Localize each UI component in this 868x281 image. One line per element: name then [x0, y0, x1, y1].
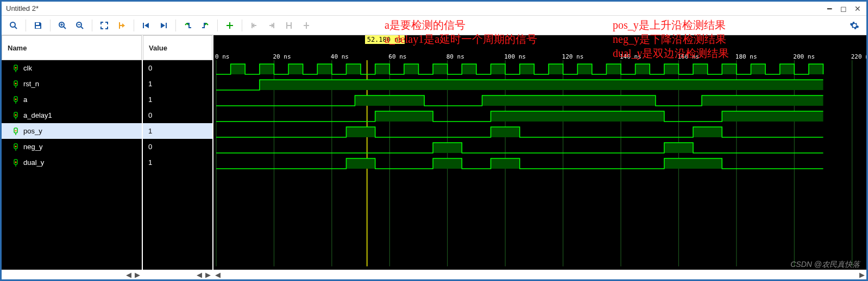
value-row-a[interactable]: 1 — [143, 92, 212, 107]
value-row-clk[interactable]: 0 — [143, 60, 212, 76]
svg-rect-92 — [664, 143, 693, 153]
signal-list[interactable]: clkrst_naa_delay1pos_yneg_ydual_y — [2, 60, 142, 270]
signal-icon — [12, 96, 19, 104]
signal-row-clk[interactable]: clk — [2, 60, 142, 76]
time-ruler[interactable]: 0 ns20 ns40 ns60 ns80 ns100 ns120 ns140 … — [213, 50, 866, 60]
svg-rect-78 — [260, 80, 823, 90]
scroll-right-icon[interactable]: ▶ — [204, 271, 212, 279]
waveform-canvas[interactable] — [213, 60, 866, 270]
tick-label: 120 ns — [562, 53, 584, 60]
prev-marker-button[interactable] — [247, 18, 262, 33]
value-list[interactable]: 0110101 — [143, 60, 212, 270]
svg-point-0 — [10, 22, 15, 27]
value-header[interactable]: Value — [143, 35, 212, 60]
tick-label: 180 ns — [735, 53, 757, 60]
svg-marker-12 — [144, 23, 149, 28]
scroll-left-icon[interactable]: ◀ — [195, 271, 204, 279]
svg-rect-3 — [36, 26, 40, 28]
go-end-button[interactable] — [156, 18, 171, 33]
value-row-neg_y[interactable]: 0 — [143, 139, 212, 155]
value-row-a_delay1[interactable]: 0 — [143, 107, 212, 123]
tick-label: 160 ns — [677, 53, 699, 60]
svg-rect-61 — [346, 64, 361, 74]
tick-label: 140 ns — [620, 53, 641, 60]
signal-icon — [12, 143, 19, 151]
maximize-button[interactable]: ◻ — [839, 4, 848, 13]
close-button[interactable]: ✕ — [853, 4, 862, 13]
tick-label: 100 ns — [504, 53, 526, 60]
svg-point-30 — [15, 98, 17, 100]
signal-row-dual_y[interactable]: dual_y — [2, 155, 142, 170]
svg-rect-89 — [491, 127, 520, 137]
waveform-area[interactable]: 52.180 ns 0 ns20 ns40 ns60 ns80 ns100 ns… — [213, 35, 866, 279]
signal-name: a — [23, 95, 27, 104]
svg-rect-72 — [664, 64, 679, 74]
signal-row-a[interactable]: a — [2, 92, 142, 107]
save-button[interactable] — [30, 18, 46, 33]
name-header[interactable]: Name — [2, 35, 142, 60]
svg-marker-14 — [161, 23, 165, 28]
next-marker-button[interactable] — [264, 18, 279, 33]
scroll-left-icon[interactable]: ◀ — [213, 271, 222, 279]
signal-row-pos_y[interactable]: pos_y — [2, 123, 142, 139]
svg-line-5 — [64, 27, 66, 29]
svg-rect-85 — [491, 111, 664, 122]
svg-rect-68 — [549, 64, 563, 74]
wave-hscroll[interactable]: ◀ ▶ — [213, 270, 866, 279]
svg-rect-71 — [636, 64, 650, 74]
svg-rect-73 — [693, 64, 708, 74]
value-row-rst_n[interactable]: 1 — [143, 76, 212, 92]
scroll-right-icon[interactable]: ▶ — [858, 271, 866, 279]
scroll-right-icon[interactable]: ▶ — [133, 271, 142, 279]
svg-rect-95 — [491, 158, 520, 169]
next-transition-button[interactable] — [198, 18, 213, 33]
value-row-dual_y[interactable]: 1 — [143, 155, 212, 170]
name-hscroll[interactable]: ◀ ▶ — [2, 270, 142, 279]
svg-rect-67 — [520, 64, 534, 74]
signal-icon — [12, 159, 19, 167]
svg-rect-74 — [722, 64, 737, 74]
search-button[interactable] — [6, 18, 21, 33]
value-hscroll[interactable]: ◀ ▶ — [143, 270, 212, 279]
svg-rect-62 — [375, 64, 390, 74]
zoom-out-button[interactable] — [72, 18, 87, 33]
tick-label: 80 ns — [446, 53, 464, 60]
svg-rect-75 — [751, 64, 765, 74]
svg-rect-93 — [346, 158, 375, 169]
svg-rect-88 — [346, 127, 375, 137]
minimize-button[interactable]: ━ — [825, 4, 834, 13]
svg-rect-63 — [404, 64, 419, 74]
svg-rect-57 — [231, 64, 246, 74]
svg-rect-91 — [433, 143, 462, 153]
svg-line-9 — [81, 27, 83, 29]
svg-point-42 — [15, 161, 17, 163]
svg-rect-80 — [355, 95, 424, 106]
go-start-button[interactable] — [139, 18, 154, 33]
add-marker-button[interactable] — [222, 18, 237, 33]
signal-row-rst_n[interactable]: rst_n — [2, 76, 142, 92]
tick-label: 40 ns — [331, 53, 349, 60]
value-row-pos_y[interactable]: 1 — [143, 123, 212, 139]
delete-marker-button[interactable] — [299, 18, 314, 33]
signal-row-a_delay1[interactable]: a_delay1 — [2, 107, 142, 123]
goto-cursor-button[interactable] — [114, 18, 129, 33]
zoom-in-button[interactable] — [55, 18, 70, 33]
title-bar: Untitled 2* ━ ◻ ✕ — [2, 2, 866, 16]
tick-label: 0 ns — [215, 53, 230, 60]
svg-rect-13 — [166, 23, 167, 28]
signal-icon — [12, 112, 19, 119]
svg-point-36 — [15, 130, 17, 131]
svg-rect-86 — [722, 111, 823, 122]
signal-name: dual_y — [23, 158, 44, 167]
svg-rect-66 — [491, 64, 506, 74]
swap-markers-button[interactable] — [281, 18, 297, 33]
prev-transition-button[interactable] — [180, 18, 196, 33]
svg-rect-58 — [260, 64, 274, 74]
svg-rect-81 — [482, 95, 656, 106]
cursor-time-label[interactable]: 52.180 ns — [365, 35, 405, 44]
zoom-fit-button[interactable] — [97, 18, 112, 33]
signal-row-neg_y[interactable]: neg_y — [2, 139, 142, 155]
settings-button[interactable] — [847, 18, 862, 33]
tick-label: 20 ns — [273, 53, 291, 60]
scroll-left-icon[interactable]: ◀ — [124, 271, 133, 279]
